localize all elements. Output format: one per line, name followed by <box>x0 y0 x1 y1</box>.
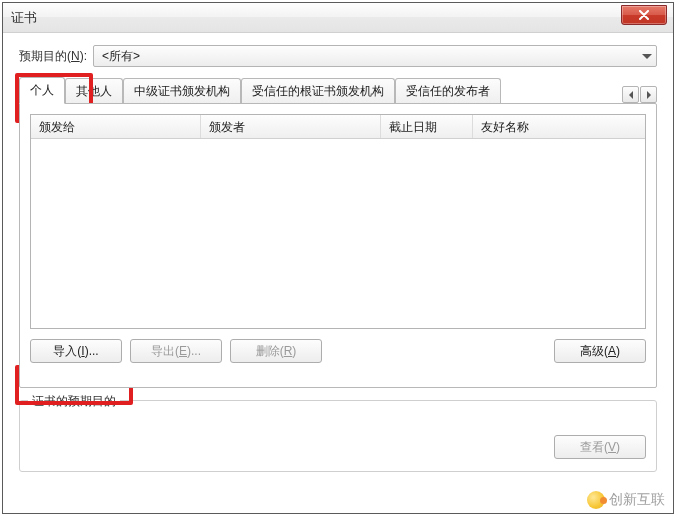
btn-text: 删除( <box>256 343 284 360</box>
list-header: 颁发给 颁发者 截止日期 友好名称 <box>31 115 645 139</box>
btn-text: 高级( <box>580 343 608 360</box>
titlebar: 证书 <box>3 3 673 33</box>
btn-text: 导入( <box>53 343 81 360</box>
btn-hotkey: V <box>608 440 616 454</box>
btn-text-post: )... <box>85 344 99 358</box>
action-button-row: 导入(I)... 导出(E)... 删除(R) 高级(A) <box>30 339 646 363</box>
view-button-row: 查看(V) <box>30 435 646 459</box>
btn-text: 查看( <box>580 439 608 456</box>
tab-scroll-right-button[interactable] <box>640 86 657 103</box>
remove-button[interactable]: 删除(R) <box>230 339 322 363</box>
intended-purpose-select[interactable]: <所有> <box>93 45 657 67</box>
tab-trusted-root-ca[interactable]: 受信任的根证书颁发机构 <box>241 78 395 104</box>
btn-text-post: ) <box>292 344 296 358</box>
certificates-dialog: 证书 预期目的(N): <所有> 个人 其他人 中级证书颁发机构 受信任的根证书… <box>2 2 674 514</box>
tab-intermediate-ca[interactable]: 中级证书颁发机构 <box>123 78 241 104</box>
triangle-right-icon <box>647 91 651 99</box>
btn-hotkey: E <box>179 344 187 358</box>
advanced-button[interactable]: 高级(A) <box>554 339 646 363</box>
tab-scroll-left-button[interactable] <box>622 86 639 103</box>
tab-label: 受信任的发布者 <box>406 84 490 98</box>
export-button[interactable]: 导出(E)... <box>130 339 222 363</box>
btn-hotkey: A <box>608 344 616 358</box>
certificate-listview[interactable]: 颁发给 颁发者 截止日期 友好名称 <box>30 114 646 329</box>
dialog-body: 预期目的(N): <所有> 个人 其他人 中级证书颁发机构 受信任的根证书颁发机… <box>3 33 673 513</box>
cert-purpose-groupbox: 证书的预期目的 查看(V) <box>19 400 657 472</box>
tab-personal[interactable]: 个人 <box>19 77 65 104</box>
tab-label: 个人 <box>30 83 54 97</box>
intended-purpose-label: 预期目的(N): <box>19 48 87 65</box>
column-expiration[interactable]: 截止日期 <box>381 115 473 138</box>
column-issued-to[interactable]: 颁发给 <box>31 115 201 138</box>
label-text: 预期目的( <box>19 49 71 63</box>
close-icon <box>638 10 650 20</box>
btn-text: 导出( <box>151 343 179 360</box>
btn-text-post: )... <box>187 344 201 358</box>
label-text-post: ): <box>80 49 87 63</box>
tab-label: 受信任的根证书颁发机构 <box>252 84 384 98</box>
chevron-down-icon <box>642 54 652 59</box>
tab-label: 其他人 <box>76 84 112 98</box>
window-title: 证书 <box>11 9 37 27</box>
tab-strip: 个人 其他人 中级证书颁发机构 受信任的根证书颁发机构 受信任的发布者 <box>19 77 657 103</box>
tab-scroll-spinner <box>622 86 657 103</box>
column-friendly-name[interactable]: 友好名称 <box>473 115 645 138</box>
tab-trusted-publishers[interactable]: 受信任的发布者 <box>395 78 501 104</box>
column-issued-by[interactable]: 颁发者 <box>201 115 381 138</box>
groupbox-label: 证书的预期目的 <box>28 393 120 410</box>
triangle-left-icon <box>629 91 633 99</box>
tab-panel: 颁发给 颁发者 截止日期 友好名称 导入(I)... 导出(E)... 删除(R… <box>19 103 657 388</box>
label-hotkey: N <box>71 49 80 63</box>
tab-other-people[interactable]: 其他人 <box>65 78 123 104</box>
btn-hotkey: R <box>284 344 293 358</box>
list-body-empty <box>31 139 645 328</box>
select-value: <所有> <box>102 48 140 65</box>
btn-text-post: ) <box>616 440 620 454</box>
btn-text-post: ) <box>616 344 620 358</box>
view-button[interactable]: 查看(V) <box>554 435 646 459</box>
tab-label: 中级证书颁发机构 <box>134 84 230 98</box>
close-button[interactable] <box>621 5 667 25</box>
import-button[interactable]: 导入(I)... <box>30 339 122 363</box>
intended-purpose-row: 预期目的(N): <所有> <box>19 45 657 67</box>
